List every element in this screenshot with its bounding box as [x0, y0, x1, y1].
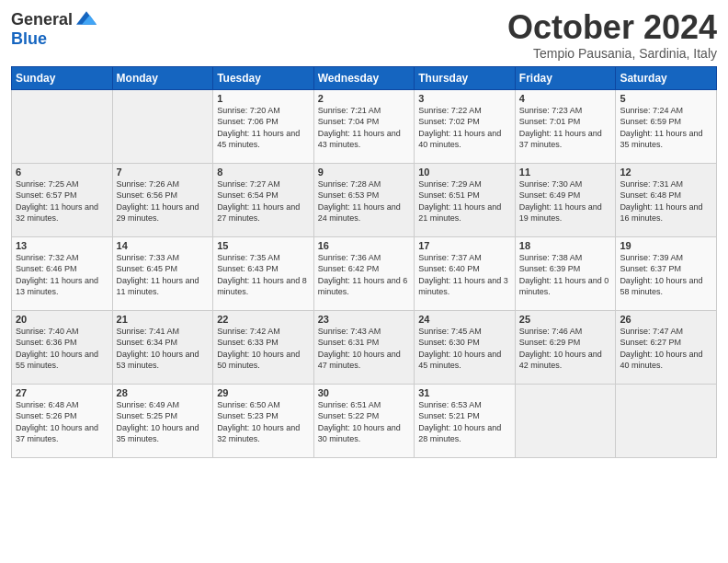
- week-row-3: 13Sunrise: 7:32 AM Sunset: 6:46 PM Dayli…: [12, 236, 717, 310]
- week-row-5: 27Sunrise: 6:48 AM Sunset: 5:26 PM Dayli…: [12, 384, 717, 457]
- day-header-sunday: Sunday: [12, 66, 113, 89]
- subtitle: Tempio Pausania, Sardinia, Italy: [507, 46, 717, 61]
- calendar-cell: 23Sunrise: 7:43 AM Sunset: 6:31 PM Dayli…: [313, 310, 415, 384]
- calendar-cell: 22Sunrise: 7:42 AM Sunset: 6:33 PM Dayli…: [213, 310, 314, 384]
- calendar-cell: 25Sunrise: 7:46 AM Sunset: 6:29 PM Dayli…: [515, 310, 616, 384]
- calendar-cell: 6Sunrise: 7:25 AM Sunset: 6:57 PM Daylig…: [12, 163, 113, 236]
- week-row-2: 6Sunrise: 7:25 AM Sunset: 6:57 PM Daylig…: [12, 163, 717, 236]
- day-header-thursday: Thursday: [415, 66, 516, 89]
- day-info: Sunrise: 7:39 AM Sunset: 6:37 PM Dayligh…: [620, 252, 712, 298]
- calendar-cell: 5Sunrise: 7:24 AM Sunset: 6:59 PM Daylig…: [616, 89, 717, 163]
- logo-general-text: General: [11, 10, 73, 29]
- day-header-wednesday: Wednesday: [313, 66, 415, 89]
- day-info: Sunrise: 7:20 AM Sunset: 7:06 PM Dayligh…: [217, 105, 310, 151]
- day-number: 22: [217, 314, 310, 325]
- logo-icon: [76, 9, 97, 29]
- week-row-4: 20Sunrise: 7:40 AM Sunset: 6:36 PM Dayli…: [12, 310, 717, 384]
- calendar-cell: 20Sunrise: 7:40 AM Sunset: 6:36 PM Dayli…: [12, 310, 113, 384]
- day-info: Sunrise: 7:33 AM Sunset: 6:45 PM Dayligh…: [117, 252, 210, 298]
- calendar-cell: 18Sunrise: 7:38 AM Sunset: 6:39 PM Dayli…: [515, 236, 616, 310]
- calendar-cell: 10Sunrise: 7:29 AM Sunset: 6:51 PM Dayli…: [415, 163, 516, 236]
- day-number: 23: [318, 314, 411, 325]
- day-info: Sunrise: 7:26 AM Sunset: 6:56 PM Dayligh…: [117, 178, 210, 224]
- calendar-cell: [515, 384, 616, 457]
- calendar-cell: 19Sunrise: 7:39 AM Sunset: 6:37 PM Dayli…: [616, 236, 717, 310]
- calendar-cell: 14Sunrise: 7:33 AM Sunset: 6:45 PM Dayli…: [112, 236, 213, 310]
- month-title: October 2024: [507, 9, 717, 46]
- day-number: 25: [519, 314, 612, 325]
- day-header-friday: Friday: [515, 66, 616, 89]
- day-number: 7: [117, 167, 210, 178]
- calendar-cell: 3Sunrise: 7:22 AM Sunset: 7:02 PM Daylig…: [415, 89, 516, 163]
- day-info: Sunrise: 7:38 AM Sunset: 6:39 PM Dayligh…: [519, 252, 612, 298]
- calendar-cell: [112, 89, 213, 163]
- day-info: Sunrise: 7:40 AM Sunset: 6:36 PM Dayligh…: [16, 326, 108, 372]
- day-number: 26: [620, 314, 712, 325]
- day-number: 1: [217, 93, 310, 104]
- day-info: Sunrise: 7:41 AM Sunset: 6:34 PM Dayligh…: [117, 326, 210, 372]
- day-info: Sunrise: 7:24 AM Sunset: 6:59 PM Dayligh…: [620, 105, 712, 151]
- calendar-cell: 4Sunrise: 7:23 AM Sunset: 7:01 PM Daylig…: [515, 89, 616, 163]
- header-row: SundayMondayTuesdayWednesdayThursdayFrid…: [12, 66, 717, 89]
- day-header-monday: Monday: [112, 66, 213, 89]
- calendar-cell: 8Sunrise: 7:27 AM Sunset: 6:54 PM Daylig…: [213, 163, 314, 236]
- calendar-cell: 16Sunrise: 7:36 AM Sunset: 6:42 PM Dayli…: [313, 236, 415, 310]
- day-info: Sunrise: 7:32 AM Sunset: 6:46 PM Dayligh…: [16, 252, 108, 298]
- calendar-cell: 24Sunrise: 7:45 AM Sunset: 6:30 PM Dayli…: [415, 310, 516, 384]
- calendar-cell: 9Sunrise: 7:28 AM Sunset: 6:53 PM Daylig…: [313, 163, 415, 236]
- logo-blue-text: Blue: [11, 29, 47, 49]
- day-number: 18: [519, 240, 612, 251]
- calendar-cell: [616, 384, 717, 457]
- calendar-cell: 21Sunrise: 7:41 AM Sunset: 6:34 PM Dayli…: [112, 310, 213, 384]
- day-number: 20: [16, 314, 108, 325]
- day-number: 2: [318, 93, 411, 104]
- day-number: 29: [217, 387, 310, 398]
- calendar-cell: 31Sunrise: 6:53 AM Sunset: 5:21 PM Dayli…: [415, 384, 516, 457]
- day-info: Sunrise: 7:21 AM Sunset: 7:04 PM Dayligh…: [318, 105, 411, 151]
- day-info: Sunrise: 7:31 AM Sunset: 6:48 PM Dayligh…: [620, 178, 712, 224]
- title-block: October 2024 Tempio Pausania, Sardinia, …: [507, 9, 717, 61]
- day-info: Sunrise: 6:49 AM Sunset: 5:25 PM Dayligh…: [117, 399, 210, 445]
- day-number: 19: [620, 240, 712, 251]
- week-row-1: 1Sunrise: 7:20 AM Sunset: 7:06 PM Daylig…: [12, 89, 717, 163]
- day-info: Sunrise: 7:25 AM Sunset: 6:57 PM Dayligh…: [16, 178, 108, 224]
- day-info: Sunrise: 7:22 AM Sunset: 7:02 PM Dayligh…: [418, 105, 511, 151]
- day-header-saturday: Saturday: [616, 66, 717, 89]
- day-number: 15: [217, 240, 310, 251]
- calendar-cell: 28Sunrise: 6:49 AM Sunset: 5:25 PM Dayli…: [112, 384, 213, 457]
- calendar-cell: 29Sunrise: 6:50 AM Sunset: 5:23 PM Dayli…: [213, 384, 314, 457]
- calendar-cell: 13Sunrise: 7:32 AM Sunset: 6:46 PM Dayli…: [12, 236, 113, 310]
- header: General Blue October 2024 Tempio Pausani…: [11, 9, 717, 61]
- day-number: 16: [318, 240, 411, 251]
- calendar-cell: 7Sunrise: 7:26 AM Sunset: 6:56 PM Daylig…: [112, 163, 213, 236]
- logo: General Blue: [11, 9, 97, 49]
- calendar-cell: 26Sunrise: 7:47 AM Sunset: 6:27 PM Dayli…: [616, 310, 717, 384]
- day-number: 24: [418, 314, 511, 325]
- day-info: Sunrise: 7:23 AM Sunset: 7:01 PM Dayligh…: [519, 105, 612, 151]
- day-number: 13: [16, 240, 108, 251]
- day-number: 3: [418, 93, 511, 104]
- day-info: Sunrise: 7:27 AM Sunset: 6:54 PM Dayligh…: [217, 178, 310, 224]
- day-number: 14: [117, 240, 210, 251]
- day-info: Sunrise: 6:48 AM Sunset: 5:26 PM Dayligh…: [16, 399, 108, 445]
- day-info: Sunrise: 7:30 AM Sunset: 6:49 PM Dayligh…: [519, 178, 612, 224]
- day-number: 4: [519, 93, 612, 104]
- day-number: 17: [418, 240, 511, 251]
- calendar-cell: 2Sunrise: 7:21 AM Sunset: 7:04 PM Daylig…: [313, 89, 415, 163]
- day-info: Sunrise: 7:45 AM Sunset: 6:30 PM Dayligh…: [418, 326, 511, 372]
- day-number: 8: [217, 167, 310, 178]
- calendar-cell: 12Sunrise: 7:31 AM Sunset: 6:48 PM Dayli…: [616, 163, 717, 236]
- day-info: Sunrise: 7:47 AM Sunset: 6:27 PM Dayligh…: [620, 326, 712, 372]
- day-info: Sunrise: 7:46 AM Sunset: 6:29 PM Dayligh…: [519, 326, 612, 372]
- day-number: 6: [16, 167, 108, 178]
- day-number: 30: [318, 387, 411, 398]
- calendar-cell: [12, 89, 113, 163]
- day-number: 31: [418, 387, 511, 398]
- day-info: Sunrise: 7:35 AM Sunset: 6:43 PM Dayligh…: [217, 252, 310, 298]
- day-info: Sunrise: 6:50 AM Sunset: 5:23 PM Dayligh…: [217, 399, 310, 445]
- calendar-cell: 17Sunrise: 7:37 AM Sunset: 6:40 PM Dayli…: [415, 236, 516, 310]
- day-number: 5: [620, 93, 712, 104]
- day-number: 10: [418, 167, 511, 178]
- day-info: Sunrise: 6:51 AM Sunset: 5:22 PM Dayligh…: [318, 399, 411, 445]
- day-info: Sunrise: 7:29 AM Sunset: 6:51 PM Dayligh…: [418, 178, 511, 224]
